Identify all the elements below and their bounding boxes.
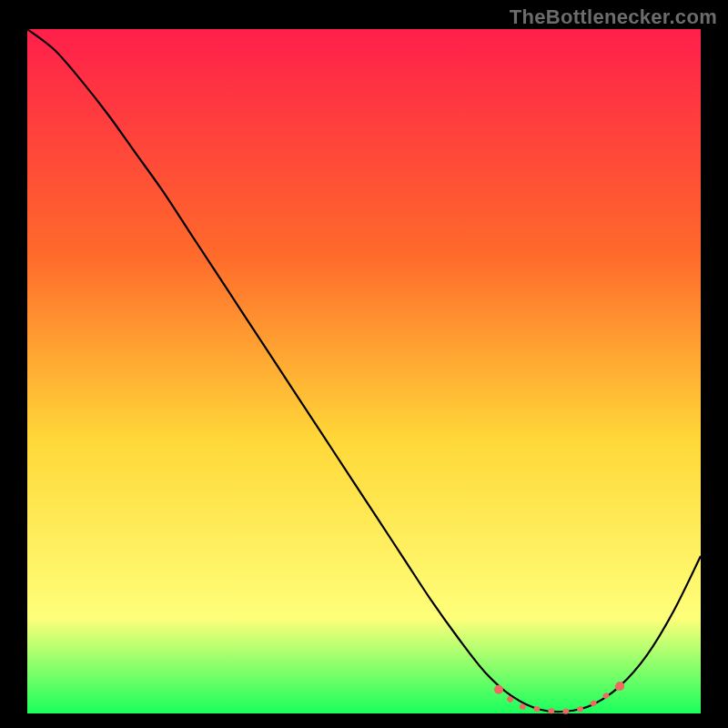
bottleneck-curve	[27, 29, 701, 712]
highlight-endpoint	[615, 682, 624, 691]
watermark-text: TheBottlenecker.com	[510, 5, 717, 29]
chart-svg	[0, 0, 728, 728]
chart-stage: TheBottlenecker.com	[0, 0, 728, 728]
highlight-endpoint	[494, 685, 503, 694]
